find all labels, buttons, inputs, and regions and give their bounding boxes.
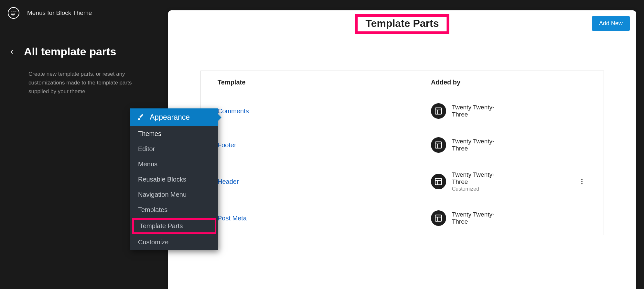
- side-panel-header: All template parts: [9, 45, 139, 58]
- theme-layout-icon: [431, 174, 446, 189]
- flyout-item[interactable]: Navigation Menu: [130, 187, 218, 202]
- added-by-theme-name: Twenty Twenty-Three: [452, 211, 509, 225]
- add-new-button[interactable]: Add New: [592, 16, 630, 31]
- table-row: Post MetaTwenty Twenty-Three: [201, 201, 604, 235]
- template-link[interactable]: Footer: [218, 141, 236, 149]
- side-panel-description: Create new template parts, or reset any …: [28, 70, 139, 96]
- table-header-row: Template Added by: [201, 71, 604, 94]
- wordpress-logo-icon[interactable]: [8, 7, 19, 19]
- added-by-cell: Twenty Twenty-Three: [431, 103, 509, 119]
- side-panel: All template parts Create new template p…: [0, 26, 168, 96]
- main-header: Template Parts Add New: [168, 10, 636, 38]
- added-by-cell: Twenty Twenty-ThreeCustomized: [431, 171, 509, 192]
- flyout-header-appearance[interactable]: Appearance: [130, 108, 218, 126]
- main-panel: Template Parts Add New Template Added by…: [168, 10, 636, 289]
- added-by-theme-name: Twenty Twenty-Three: [452, 171, 509, 185]
- table-row: FooterTwenty Twenty-Three: [201, 128, 604, 162]
- flyout-item[interactable]: Reusable Blocks: [130, 172, 218, 187]
- table-row: CommentsTwenty Twenty-Three: [201, 94, 604, 128]
- theme-layout-icon: [431, 210, 446, 226]
- flyout-item[interactable]: Customize: [130, 235, 218, 250]
- page-title-highlight: Template Parts: [355, 14, 449, 34]
- column-header-template: Template: [218, 79, 431, 86]
- table-row: HeaderTwenty Twenty-ThreeCustomized: [201, 162, 604, 201]
- side-panel-title: All template parts: [24, 45, 116, 58]
- flyout-item[interactable]: Editor: [130, 141, 218, 157]
- flyout-item[interactable]: Template Parts: [132, 218, 216, 234]
- theme-layout-icon: [431, 103, 446, 119]
- added-by-theme-name: Twenty Twenty-Three: [452, 104, 509, 118]
- flyout-item[interactable]: Themes: [130, 126, 218, 141]
- added-by-theme-name: Twenty Twenty-Three: [452, 138, 509, 152]
- template-parts-table: Template Added by CommentsTwenty Twenty-…: [200, 71, 604, 235]
- customized-label: Customized: [452, 186, 509, 192]
- row-actions-icon[interactable]: [577, 177, 587, 186]
- svg-rect-0: [435, 108, 442, 114]
- template-link[interactable]: Comments: [218, 107, 249, 115]
- added-by-cell: Twenty Twenty-Three: [431, 137, 509, 153]
- svg-rect-2: [435, 178, 442, 185]
- flyout-header-label: Appearance: [150, 113, 190, 122]
- added-by-cell: Twenty Twenty-Three: [431, 210, 509, 226]
- svg-point-3: [581, 179, 583, 180]
- column-header-added-by: Added by: [431, 79, 587, 86]
- page-title: Template Parts: [365, 17, 439, 29]
- back-chevron-icon[interactable]: [9, 49, 15, 55]
- svg-point-4: [581, 181, 583, 182]
- svg-rect-1: [435, 142, 442, 148]
- paintbrush-icon: [137, 114, 145, 121]
- theme-layout-icon: [431, 137, 446, 153]
- site-title[interactable]: Menus for Block Theme: [27, 9, 92, 17]
- svg-rect-6: [435, 215, 442, 221]
- template-link[interactable]: Header: [218, 178, 239, 185]
- flyout-item[interactable]: Menus: [130, 157, 218, 172]
- svg-point-5: [581, 183, 583, 184]
- flyout-item[interactable]: Templates: [130, 202, 218, 217]
- appearance-flyout-menu: Appearance ThemesEditorMenusReusable Blo…: [130, 108, 218, 250]
- template-link[interactable]: Post Meta: [218, 215, 247, 222]
